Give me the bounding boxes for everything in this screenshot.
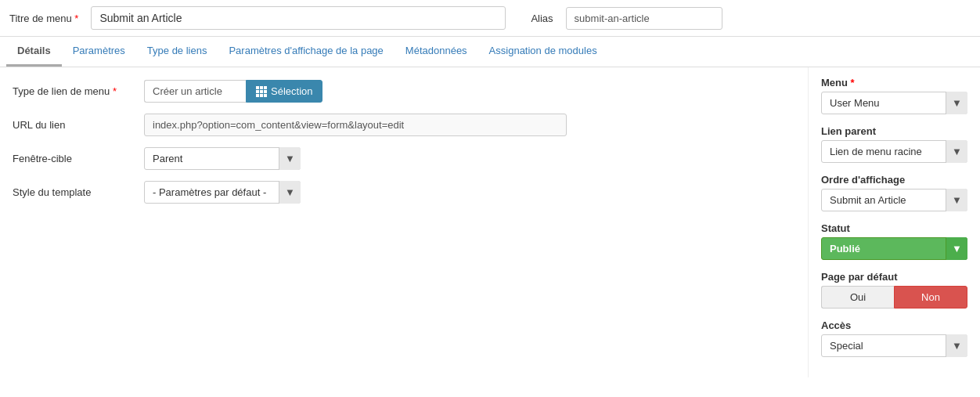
access-label: Accès xyxy=(821,319,967,331)
menu-right-select-wrapper: User Menu ▼ xyxy=(821,92,967,114)
access-section: Accès Special ▼ xyxy=(821,319,967,357)
order-select-wrapper: Submit an Article ▼ xyxy=(821,189,967,211)
status-label: Statut xyxy=(821,222,967,234)
left-panel: Type de lien de menu * Créer un article xyxy=(0,67,808,377)
url-input[interactable] xyxy=(144,114,567,136)
parent-section: Lien parent Lien de menu racine ▼ xyxy=(821,125,967,163)
default-page-label: Page par défaut xyxy=(821,271,967,283)
tabs-row: Détails Paramètres Type de liens Paramèt… xyxy=(0,37,980,67)
menu-type-value: Créer un article xyxy=(144,80,246,103)
status-select-wrapper: Publié ▼ xyxy=(821,237,967,260)
toggle-non-button[interactable]: Non xyxy=(894,286,967,309)
titre-menu-input[interactable] xyxy=(91,6,506,30)
access-select[interactable]: Special xyxy=(821,334,967,357)
tab-parametres-affichage[interactable]: Paramètres d'affichage de la page xyxy=(218,37,394,67)
default-page-section: Page par défaut Oui Non xyxy=(821,271,967,309)
menu-right-select[interactable]: User Menu xyxy=(821,92,967,114)
selection-button[interactable]: Sélection xyxy=(246,80,322,103)
order-section: Ordre d'affichage Submit an Article ▼ xyxy=(821,174,967,211)
alias-input[interactable] xyxy=(566,7,722,30)
tab-details[interactable]: Détails xyxy=(6,37,62,67)
alias-label: Alias xyxy=(531,13,553,24)
selection-btn-label: Sélection xyxy=(271,85,312,97)
template-select[interactable]: - Paramètres par défaut - xyxy=(144,181,301,204)
menu-section: Menu * User Menu ▼ xyxy=(821,77,967,114)
template-label: Style du template xyxy=(13,186,138,198)
access-select-wrapper: Special ▼ xyxy=(821,334,967,357)
menu-type-label: Type de lien de menu * xyxy=(13,85,138,97)
menu-type-group: Créer un article xyxy=(144,80,322,103)
window-select[interactable]: Parent xyxy=(144,147,301,170)
url-label: URL du lien xyxy=(13,119,138,131)
tab-type-liens[interactable]: Type de liens xyxy=(136,37,218,67)
menu-right-label: Menu * xyxy=(821,77,967,88)
tab-metadonnees[interactable]: Métadonnées xyxy=(395,37,478,67)
window-select-wrapper: Parent ▼ xyxy=(144,147,301,170)
parent-label: Lien parent xyxy=(821,125,967,137)
template-select-wrapper: - Paramètres par défaut - ▼ xyxy=(144,181,301,204)
window-label: Fenêtre-cible xyxy=(13,153,138,164)
grid-icon xyxy=(256,86,267,97)
toggle-oui-button[interactable]: Oui xyxy=(821,286,894,309)
parent-select[interactable]: Lien de menu racine xyxy=(821,140,967,163)
right-panel: Menu * User Menu ▼ Lien parent Lien de m… xyxy=(808,67,980,377)
titre-menu-label: Titre de menu * xyxy=(9,13,78,24)
toggle-group: Oui Non xyxy=(821,286,967,309)
tab-parametres[interactable]: Paramètres xyxy=(62,37,136,67)
parent-select-wrapper: Lien de menu racine ▼ xyxy=(821,140,967,163)
order-label: Ordre d'affichage xyxy=(821,174,967,186)
order-select[interactable]: Submit an Article xyxy=(821,189,967,211)
status-select[interactable]: Publié xyxy=(821,237,967,260)
status-section: Statut Publié ▼ xyxy=(821,222,967,260)
tab-assignation[interactable]: Assignation de modules xyxy=(478,37,608,67)
